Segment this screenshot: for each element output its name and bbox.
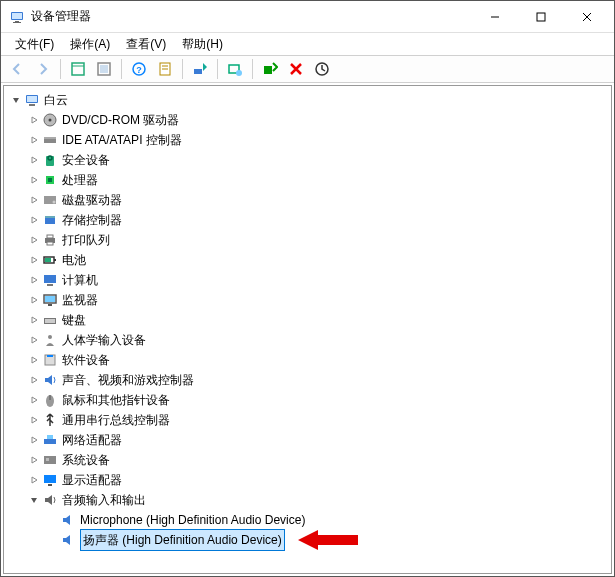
expander-icon[interactable] [26, 332, 42, 348]
tree-node-label[interactable]: 音频输入和输出 [62, 490, 146, 510]
tree-node-label[interactable]: 声音、视频和游戏控制器 [62, 370, 194, 390]
expander-icon[interactable] [26, 412, 42, 428]
expander-icon[interactable] [26, 232, 42, 248]
tree-device[interactable]: 扬声器 (High Definition Audio Device) [8, 530, 607, 550]
toolbar-back-button[interactable] [5, 57, 29, 81]
tree-node-label[interactable]: 网络适配器 [62, 430, 122, 450]
tree-node-label[interactable]: IDE ATA/ATAPI 控制器 [62, 130, 182, 150]
menu-view[interactable]: 查看(V) [118, 34, 174, 55]
tree-node-label[interactable]: 处理器 [62, 170, 98, 190]
expander-icon[interactable] [26, 272, 42, 288]
tree-category[interactable]: 声音、视频和游戏控制器 [8, 370, 607, 390]
close-button[interactable] [564, 2, 610, 32]
toolbar-update-driver-button[interactable] [188, 57, 212, 81]
tree-category[interactable]: 系统设备 [8, 450, 607, 470]
tree-category[interactable]: 存储控制器 [8, 210, 607, 230]
tree-category[interactable]: 监视器 [8, 290, 607, 310]
tree-node-label[interactable]: 计算机 [62, 270, 98, 290]
tree-category[interactable]: DVD/CD-ROM 驱动器 [8, 110, 607, 130]
expander-icon[interactable] [8, 92, 24, 108]
expander-icon[interactable] [26, 492, 42, 508]
tree-category[interactable]: 打印队列 [8, 230, 607, 250]
tree-node-label[interactable]: 软件设备 [62, 350, 110, 370]
tree-node-label[interactable]: 磁盘驱动器 [62, 190, 122, 210]
pc-icon [42, 272, 58, 288]
tree-node-label[interactable]: 打印队列 [62, 230, 110, 250]
tree-node-label[interactable]: 存储控制器 [62, 210, 122, 230]
expander-icon[interactable] [26, 252, 42, 268]
tree-node-label[interactable]: 人体学输入设备 [62, 330, 146, 350]
tree-category[interactable]: 人体学输入设备 [8, 330, 607, 350]
tree-category[interactable]: 磁盘驱动器 [8, 190, 607, 210]
tree-category[interactable]: 计算机 [8, 270, 607, 290]
toolbar-separator [252, 59, 253, 79]
expander-icon[interactable] [26, 392, 42, 408]
tree-node-label[interactable]: 安全设备 [62, 150, 110, 170]
toolbar-add-legacy-button[interactable] [258, 57, 282, 81]
toolbar-forward-button[interactable] [31, 57, 55, 81]
expander-icon[interactable] [26, 472, 42, 488]
ide-icon [42, 132, 58, 148]
tree-node-label[interactable]: 系统设备 [62, 450, 110, 470]
tree-node-label[interactable]: 通用串行总线控制器 [62, 410, 170, 430]
tree-node-label[interactable]: 鼠标和其他指针设备 [62, 390, 170, 410]
expander-icon[interactable] [26, 292, 42, 308]
tree-node-label[interactable]: 监视器 [62, 290, 98, 310]
tree-category[interactable]: 网络适配器 [8, 430, 607, 450]
tree-category[interactable]: 显示适配器 [8, 470, 607, 490]
tree-category[interactable]: IDE ATA/ATAPI 控制器 [8, 130, 607, 150]
maximize-button[interactable] [518, 2, 564, 32]
net-icon [42, 432, 58, 448]
monitor-icon [42, 292, 58, 308]
expander-icon[interactable] [26, 452, 42, 468]
printer-icon [42, 232, 58, 248]
tree-node-label[interactable]: 扬声器 (High Definition Audio Device) [80, 529, 285, 551]
expander-icon[interactable] [26, 192, 42, 208]
svg-rect-5 [537, 13, 545, 21]
svg-rect-44 [47, 284, 53, 286]
expander-icon[interactable] [26, 132, 42, 148]
toolbar-uninstall-button[interactable] [310, 57, 334, 81]
expander-icon[interactable] [26, 352, 42, 368]
tree-category[interactable]: 电池 [8, 250, 607, 270]
expander-icon[interactable] [26, 172, 42, 188]
svg-rect-20 [264, 66, 272, 74]
tree-node-label[interactable]: 键盘 [62, 310, 86, 330]
tree-category[interactable]: 通用串行总线控制器 [8, 410, 607, 430]
toolbar-show-hide-button[interactable] [66, 57, 90, 81]
toolbar-help-button[interactable]: ? [127, 57, 151, 81]
expander-icon[interactable] [26, 112, 42, 128]
tree-device[interactable]: Microphone (High Definition Audio Device… [8, 510, 607, 530]
tree-node-label[interactable]: DVD/CD-ROM 驱动器 [62, 110, 179, 130]
tree-node-label[interactable]: 白云 [44, 90, 68, 110]
menu-file[interactable]: 文件(F) [7, 34, 62, 55]
mouse-icon [42, 392, 58, 408]
toolbar-scan-button[interactable] [223, 57, 247, 81]
menu-help[interactable]: 帮助(H) [174, 34, 231, 55]
expander-icon[interactable] [26, 212, 42, 228]
toolbar-scope-button[interactable] [92, 57, 116, 81]
tree-category[interactable]: 软件设备 [8, 350, 607, 370]
svg-rect-24 [29, 104, 35, 106]
minimize-button[interactable] [472, 2, 518, 32]
tree-root[interactable]: 白云 [8, 90, 607, 110]
tree-node-label[interactable]: 显示适配器 [62, 470, 122, 490]
tree-category[interactable]: 鼠标和其他指针设备 [8, 390, 607, 410]
expander-icon[interactable] [26, 432, 42, 448]
menu-action[interactable]: 操作(A) [62, 34, 118, 55]
software-icon [42, 352, 58, 368]
expander-icon[interactable] [26, 372, 42, 388]
tree-category[interactable]: 安全设备 [8, 150, 607, 170]
tree-node-label[interactable]: 电池 [62, 250, 86, 270]
tree-category[interactable]: 处理器 [8, 170, 607, 190]
tree-category[interactable]: 键盘 [8, 310, 607, 330]
tree-node-label[interactable]: Microphone (High Definition Audio Device… [80, 510, 305, 530]
expander-icon[interactable] [26, 312, 42, 328]
tree-category[interactable]: 音频输入和输出 [8, 490, 607, 510]
expander-icon[interactable] [26, 152, 42, 168]
svg-rect-1 [12, 13, 22, 19]
toolbar-properties-button[interactable] [153, 57, 177, 81]
device-tree[interactable]: 白云DVD/CD-ROM 驱动器IDE ATA/ATAPI 控制器安全设备处理器… [3, 85, 612, 574]
toolbar-disable-button[interactable] [284, 57, 308, 81]
toolbar-separator [60, 59, 61, 79]
